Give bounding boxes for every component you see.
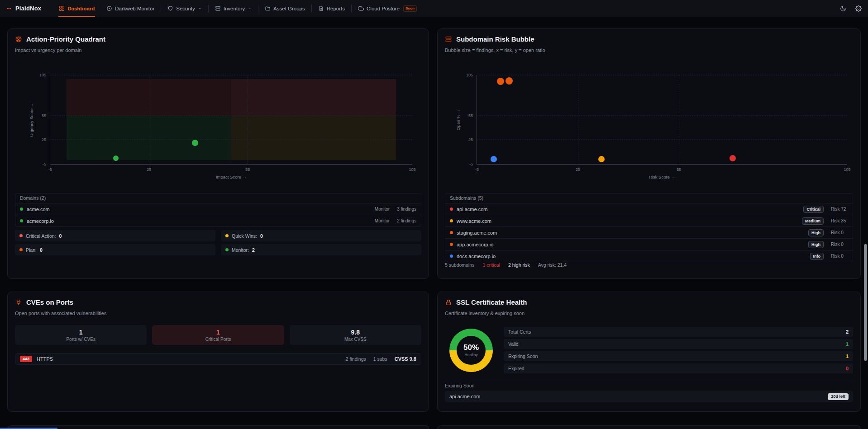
- expiring-cert-row[interactable]: api.acme.com 20d left: [445, 391, 853, 402]
- cert-stat-label: Expiring Soon: [508, 354, 538, 359]
- top-navbar: PlaidNox Dashboard Darkweb Monitor Secur…: [0, 0, 868, 17]
- action-priority-quadrant-panel: Action-Priority Quadrant Impact vs urgen…: [7, 28, 429, 279]
- subdomain-row[interactable]: api.acme.com Critical Risk 72: [445, 203, 853, 215]
- risk-score: Risk 0: [831, 230, 848, 235]
- nav-separator: [311, 5, 312, 12]
- subdomain-row[interactable]: docs.acmecorp.io Info Risk 0: [445, 250, 853, 262]
- nav-item-reports[interactable]: Reports: [312, 0, 351, 17]
- domain-name: acme.com: [27, 207, 50, 212]
- lock-icon: [445, 299, 452, 306]
- subdomain-row[interactable]: www.acme.com Medium Risk 35: [445, 215, 853, 226]
- quadrant-top-right: [231, 79, 396, 116]
- critical-count: 1 critical: [482, 262, 500, 268]
- severity-dot: [450, 255, 453, 258]
- subdomain-row[interactable]: staging.acme.com High Risk 0: [445, 226, 853, 238]
- nav-item-cloud-posture[interactable]: Cloud Posture Soon: [352, 0, 423, 17]
- shield-icon: [167, 5, 173, 11]
- vertical-scrollbar-thumb[interactable]: [864, 244, 867, 361]
- legend-value: 0: [59, 233, 62, 239]
- nav-item-asset-groups[interactable]: Asset Groups: [259, 0, 311, 17]
- plug-icon: [15, 299, 22, 306]
- subdomain-name: api.acme.com: [457, 207, 487, 212]
- panel-header: CVEs on Ports: [15, 298, 73, 306]
- y-axis-title: Open % →: [456, 109, 461, 130]
- nav-label: Cloud Posture: [367, 6, 400, 11]
- x-axis-title: Impact Score →: [50, 174, 412, 179]
- cert-stat-expiring-soon: Expiring Soon 1: [504, 351, 853, 361]
- domains-list: Domains (2) acme.com Monitor 3 findings …: [15, 193, 421, 227]
- stat-max-cvss: 9.8 Max CVSS: [290, 325, 421, 345]
- panel-subtitle: Bubble size = findings, x = risk, y = op…: [445, 47, 545, 53]
- severity-badge: High: [808, 241, 824, 248]
- severity-dot: [450, 231, 453, 234]
- gridline-horizontal: [50, 75, 412, 75]
- domain-action: Monitor: [375, 218, 390, 223]
- subdomains-list: Subdomains (5) api.acme.com Critical Ris…: [445, 193, 853, 262]
- legend-label: Plan:: [26, 247, 37, 253]
- status-dot: [20, 219, 23, 222]
- brand-name: PlaidNox: [15, 5, 41, 12]
- status-dot: [20, 207, 23, 211]
- point-docs.acmecorp.io[interactable]: [491, 156, 497, 162]
- point-www.acme.com[interactable]: [598, 156, 605, 162]
- nav-item-dashboard[interactable]: Dashboard: [53, 0, 100, 17]
- point-acme.com[interactable]: [113, 156, 119, 161]
- nav-label: Inventory: [224, 6, 245, 11]
- domain-row[interactable]: acme.com Monitor 3 findings: [15, 203, 421, 215]
- gridline-vertical: [578, 75, 578, 164]
- subdomain-name: docs.acmecorp.io: [457, 254, 496, 259]
- dark-mode-moon-icon[interactable]: [840, 5, 846, 12]
- stat-label: Ports w/ CVEs: [66, 337, 95, 342]
- y-tick-label: 55: [42, 113, 46, 118]
- y-axis-title: Urgency Score →: [29, 103, 34, 137]
- subdomain-risk-bubble-panel: Subdomain Risk Bubble Bubble size = find…: [437, 28, 861, 279]
- domain-row[interactable]: acmecorp.io Monitor 2 findings: [15, 215, 421, 226]
- subdomains-list-header: Subdomains (5): [445, 193, 853, 203]
- gridline-vertical: [679, 75, 679, 164]
- panel-header: SSL Certificate Health: [445, 298, 527, 306]
- port-row-443[interactable]: 443 HTTPS 2 findings 1 subs CVSS 9.8: [15, 353, 421, 365]
- point-app.acmecorp.io[interactable]: [506, 77, 513, 85]
- risk-score: Risk 0: [831, 254, 848, 259]
- partial-panel-left: [7, 425, 429, 429]
- panel-subtitle: Impact vs urgency per domain: [15, 47, 81, 53]
- x-tick-label: 105: [844, 167, 850, 172]
- brand[interactable]: PlaidNox: [6, 5, 41, 12]
- nav-item-inventory[interactable]: Inventory: [209, 0, 258, 17]
- y-tick-label: -5: [469, 162, 473, 166]
- subdomain-name: www.acme.com: [457, 218, 491, 224]
- stat-ports-with-cves: 1 Ports w/ CVEs: [15, 325, 147, 345]
- settings-gear-icon[interactable]: [855, 5, 862, 12]
- severity-dot: [450, 243, 453, 246]
- nav-item-security[interactable]: Security: [162, 0, 208, 17]
- donut-label: Healthy: [465, 353, 478, 357]
- point-staging.acme.com[interactable]: [497, 78, 504, 85]
- quadrant-bottom-right: [231, 116, 396, 160]
- x-tick-label: 55: [245, 167, 250, 172]
- domains-list-header: Domains (2): [15, 193, 421, 203]
- donut-center: 50% Healthy: [457, 336, 486, 365]
- subdomain-count: 5 subdomains: [445, 262, 474, 268]
- legend-value: 2: [252, 247, 255, 253]
- point-api.acme.com[interactable]: [730, 155, 736, 161]
- nav-label: Dashboard: [67, 6, 95, 11]
- subdomain-row[interactable]: app.acmecorp.io High Risk 0: [445, 238, 853, 250]
- avg-risk: Avg risk: 21.4: [538, 262, 567, 268]
- cert-stat-value: 1: [846, 354, 849, 359]
- gridline-horizontal: [477, 115, 847, 116]
- x-tick-label: 25: [576, 167, 580, 172]
- report-file-icon: [318, 5, 324, 11]
- nav-item-darkweb-monitor[interactable]: Darkweb Monitor: [100, 0, 160, 17]
- cert-stat-value: 0: [846, 366, 849, 371]
- gridline-vertical: [248, 75, 248, 164]
- nav-label: Reports: [327, 6, 345, 11]
- cert-stat-value: 2: [846, 329, 849, 335]
- logo-icon: [6, 6, 12, 11]
- gridline-horizontal: [50, 140, 412, 140]
- legend-quick-wins: Quick Wins: 0: [221, 230, 421, 241]
- cert-stat-valid: Valid 1: [504, 339, 853, 349]
- expiring-soon-header: Expiring Soon: [445, 383, 474, 388]
- panel-title: SSL Certificate Health: [456, 298, 527, 306]
- point-acmecorp.io[interactable]: [192, 140, 198, 146]
- legend-label: Monitor:: [232, 247, 249, 253]
